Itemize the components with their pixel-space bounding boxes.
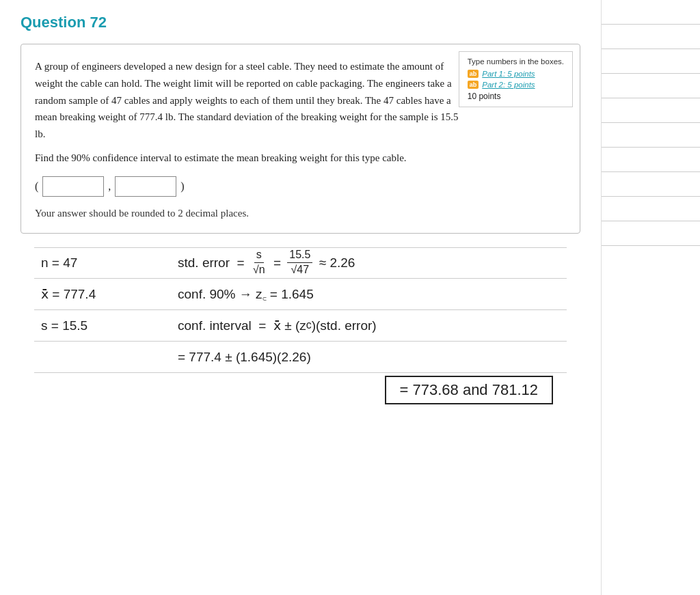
part2-label[interactable]: Part 2: 5 points [482,81,535,89]
sidebar-line-9 [602,197,700,221]
type-numbers-label: Type numbers in the boxes. [468,57,564,66]
sidebar-line-6 [602,123,700,148]
final-answer-box: = 773.68 and 781.12 [385,376,553,404]
points-total: 10 points [468,92,564,101]
work-row-3: s = 15.5 conf. interval = x̄ ± (zc)(std.… [34,310,567,342]
work-row-2: x̄ = 777.4 conf. 90% → z꜀ = 1.645 [34,279,567,310]
work-s: s = 15.5 [41,319,178,332]
sidebar-line-2 [602,25,700,49]
answer-inputs: ( , ) [35,176,566,197]
ab-badge-1: ab [468,70,479,78]
info-panel: Type numbers in the boxes. ab Part 1: 5 … [459,51,573,107]
right-sidebar [601,0,700,595]
work-row-5: = 773.68 and 781.12 [34,373,567,404]
comma: , [108,180,111,193]
part1-row: ab Part 1: 5 points [468,70,564,78]
answer-note: Your answer should be rounded to 2 decim… [35,208,566,219]
work-n: n = 47 [41,256,178,269]
answer-input-1[interactable] [42,176,104,197]
sidebar-line-4 [602,74,700,98]
fraction-15.5-sqrt47: 15.5 √47 [287,248,312,277]
std-error-label: std. error = [178,256,248,269]
work-conf-interval: conf. interval = x̄ ± (zc)(std. error) [178,319,560,332]
part1-label[interactable]: Part 1: 5 points [482,70,535,78]
work-xbar: x̄ = 777.4 [41,288,178,301]
sidebar-line-7 [602,148,700,172]
work-row-1: n = 47 std. error = s √n = 15.5 √47 ≈ 2.… [34,247,567,279]
work-std-error: std. error = s √n = 15.5 √47 ≈ 2.26 [178,248,560,277]
question-body: A group of engineers developed a new des… [35,58,466,143]
frac-den-sqrt47: √47 [289,263,312,277]
fraction-s-sqrtn: s √n [251,248,267,277]
open-paren: ( [35,180,38,193]
sidebar-line-1 [602,0,700,25]
work-row-4: = 777.4 ± (1.645)(2.26) [34,342,567,373]
part2-row: ab Part 2: 5 points [468,81,564,89]
approx-value: ≈ 2.26 [315,256,355,269]
work-area: n = 47 std. error = s √n = 15.5 √47 ≈ 2.… [21,240,580,411]
ab-badge-2: ab [468,81,479,89]
question-title: Question 72 [21,14,580,31]
work-conf-90: conf. 90% → z꜀ = 1.645 [178,288,560,301]
sidebar-line-5 [602,98,700,123]
sidebar-line-3 [602,49,700,74]
equals-sign: = [270,256,285,269]
close-paren: ) [180,180,184,193]
work-calc: = 777.4 ± (1.645)(2.26) [178,350,560,363]
answer-input-2[interactable] [115,176,176,197]
sidebar-line-10 [602,221,700,246]
frac-numerator-s: s [254,248,264,263]
find-text: Find the 90% confidence interval to esti… [35,152,566,164]
frac-denominator-sqrtn: √n [251,263,267,277]
question-box: Type numbers in the boxes. ab Part 1: 5 … [21,44,580,234]
sidebar-line-8 [602,172,700,197]
frac-num-15.5: 15.5 [287,248,312,263]
